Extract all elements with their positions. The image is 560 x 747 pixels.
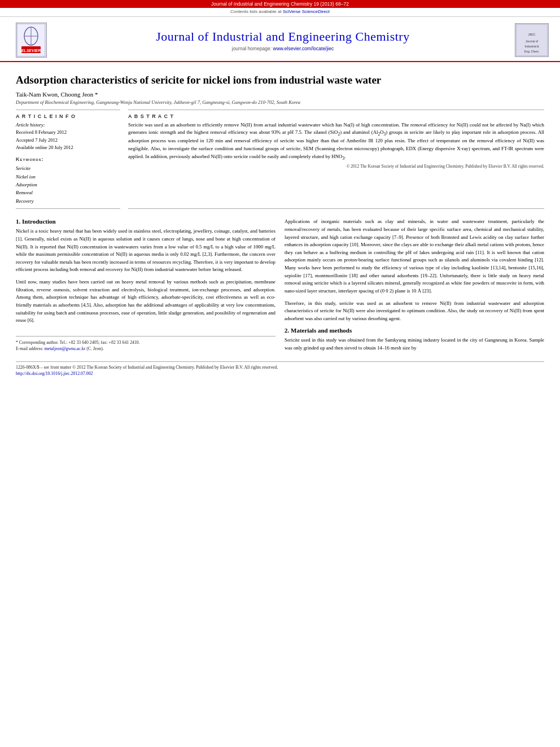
section1-right-para2: Therefore, in this study, sericite was u…	[285, 300, 544, 323]
main-content: Adsorption characteristics of sericite f…	[0, 62, 560, 383]
keywords-list: Sericite Nickel ion Adsorption Removal R…	[16, 164, 120, 205]
homepage-label: journal homepage:	[232, 46, 273, 51]
svg-text:Journal of: Journal of	[526, 40, 539, 43]
issn-line: 1226-086X/$ – see front matter © 2012 Th…	[16, 364, 544, 371]
body-right: Applications of inorganic materials such…	[285, 218, 544, 356]
journal-title: Journal of Industrial and Engineering Ch…	[51, 29, 515, 44]
section2-para1: Sericite used in this study was obtained…	[285, 337, 544, 352]
elsevier-logo-image: ELSEVIER	[16, 23, 47, 58]
sciverse-line: Contents lists available at SciVerse Sci…	[0, 8, 560, 17]
bottom-footnotes: 1226-086X/$ – see front matter © 2012 Th…	[16, 361, 544, 377]
article-info-col: A R T I C L E I N F O Article history: R…	[16, 110, 120, 209]
copyright-line: © 2012 The Korean Society of Industrial …	[128, 164, 544, 169]
article-history: Article history: Received 8 February 201…	[16, 121, 120, 152]
abstract-label: A B S T R A C T	[128, 113, 544, 119]
elsevier-logo: ELSEVIER	[11, 23, 51, 58]
section1-para1: Nickel is a toxic heavy metal that has b…	[16, 228, 275, 274]
section1-para2: Until now, many studies have been carrie…	[16, 278, 275, 325]
affiliation: Department of Biochemical Engineering, G…	[16, 99, 544, 105]
abstract-text: Sericite was used as an adsorbent to eff…	[128, 121, 544, 161]
sciverse-link[interactable]: SciVerse ScienceDirect	[283, 9, 330, 14]
journal-homepage: journal homepage: www.elsevier.com/locat…	[51, 46, 515, 51]
history-label: Article history:	[16, 121, 120, 129]
doi-link[interactable]: http://dx.doi.org/10.1016/j.jiec.2012.07…	[16, 371, 93, 376]
homepage-url[interactable]: www.elsevier.com/locate/jiec	[273, 46, 334, 51]
keyword-5: Recovery	[16, 197, 120, 205]
abstract-col: A B S T R A C T Sericite was used as an …	[128, 110, 544, 209]
journal-header: ELSEVIER Journal of Industrial and Engin…	[0, 19, 560, 62]
journal-citation-text: Journal of Industrial and Engineering Ch…	[211, 1, 349, 7]
section2-heading: 2. Materials and methods	[285, 327, 544, 334]
author-names: Taik-Nam Kwon, Choong Jeon *	[16, 91, 98, 98]
doi-line: http://dx.doi.org/10.1016/j.jiec.2012.07…	[16, 370, 544, 377]
keyword-2: Nickel ion	[16, 173, 120, 181]
footnote-star: * Corresponding author. Tel.: +82 33 640…	[16, 339, 275, 346]
sciverse-prefix: Contents lists available at	[230, 9, 283, 14]
svg-text:ELSEVIER: ELSEVIER	[21, 49, 41, 53]
journal-header-center: Journal of Industrial and Engineering Ch…	[51, 29, 515, 51]
footnote-email: E-mail address: metaljeon@gwnu.ac.kr (C.…	[16, 346, 275, 352]
svg-text:Industrial &: Industrial &	[524, 45, 539, 48]
accepted-date: Accepted 7 July 2012	[16, 137, 120, 145]
article-info-label: A R T I C L E I N F O	[16, 113, 120, 119]
authors: Taik-Nam Kwon, Choong Jeon *	[16, 91, 544, 98]
keywords-label: Keywords:	[16, 156, 120, 162]
section1-right-para1: Applications of inorganic materials such…	[285, 218, 544, 295]
keyword-3: Adsorption	[16, 181, 120, 189]
body-section: 1. Introduction Nickel is a toxic heavy …	[16, 218, 544, 356]
section1-heading: 1. Introduction	[16, 218, 275, 225]
keyword-4: Removal	[16, 189, 120, 196]
journal-logo-right: JIEC Journal of Industrial & Eng. Chem.	[515, 23, 549, 57]
footnote-divider: * Corresponding author. Tel.: +82 33 640…	[16, 336, 275, 352]
body-left: 1. Introduction Nickel is a toxic heavy …	[16, 218, 275, 356]
article-title: Adsorption characteristics of sericite f…	[16, 73, 544, 88]
available-date: Available online 20 July 2012	[16, 144, 120, 152]
keyword-1: Sericite	[16, 164, 120, 172]
keywords-section: Keywords: Sericite Nickel ion Adsorption…	[16, 156, 120, 205]
article-info-abstract: A R T I C L E I N F O Article history: R…	[16, 110, 544, 209]
received-date: Received 8 February 2012	[16, 129, 120, 137]
journal-citation-bar: Journal of Industrial and Engineering Ch…	[0, 0, 560, 8]
email-link[interactable]: metaljeon@gwnu.ac.kr	[45, 346, 86, 351]
svg-text:Eng. Chem.: Eng. Chem.	[524, 50, 539, 53]
svg-text:JIEC: JIEC	[528, 33, 536, 36]
